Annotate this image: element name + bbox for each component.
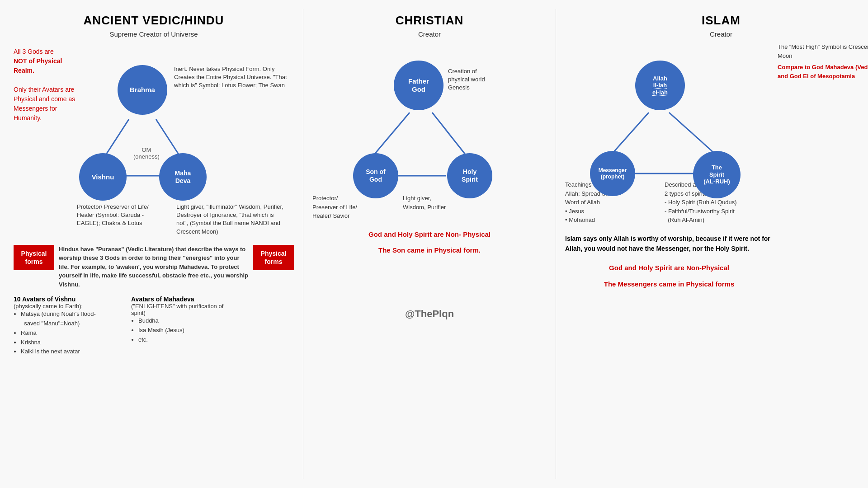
son-label: Son ofGod xyxy=(366,168,386,183)
col-christian: CHRISTIAN Creator FatherGod Creation ofp… xyxy=(303,9,556,479)
vishnu-label: Vishnu xyxy=(92,173,114,181)
list-item: Buddha xyxy=(138,316,235,326)
col-islam: ISLAM Creator Allahil-lahel-lah xyxy=(556,9,868,479)
red-note-line3: Only their Avatars are xyxy=(14,86,74,93)
christian-diagram: FatherGod Creation ofphysical worldGenes… xyxy=(312,42,547,192)
mahadeva-avatars-title: Avatars of Mahadeva xyxy=(131,296,235,303)
brahma-desc: Inert. Never takes Physical Form. Only C… xyxy=(174,65,287,90)
messenger-circle: Messenger(prophet) xyxy=(590,151,635,196)
son-circle: Son ofGod xyxy=(353,153,398,198)
christian-title: CHRISTIAN xyxy=(312,14,547,28)
attribution: @ThePlqn xyxy=(312,308,547,320)
svg-line-5 xyxy=(432,113,466,155)
islam-messengers-text: The Messengers came in Physical forms xyxy=(565,279,773,290)
christian-creator-label: Creator xyxy=(312,30,547,38)
avatars-section: 10 Avatars of Vishnu (physically came to… xyxy=(14,296,294,357)
spirit-circle: TheSpirit(AL-RUH) xyxy=(693,151,741,198)
red-note-line2: NOT of Physical Realm. xyxy=(14,57,62,74)
svg-line-1 xyxy=(156,119,181,158)
vishnu-avatars-sub: (physically came to Earth): xyxy=(14,303,118,310)
mahadeva-avatars-sub: ("ENLIGHTENS" with purification of spiri… xyxy=(131,303,235,316)
islam-right-note: The “Most High” Symbol is Crescent Moon … xyxy=(773,42,868,178)
red-note-line1: All 3 Gods are xyxy=(14,48,54,55)
svg-line-8 xyxy=(669,113,714,153)
islam-right-note-title: The “Most High” Symbol is Crescent Moon xyxy=(778,42,868,60)
islam-creator-label: Creator xyxy=(565,30,868,38)
mahadeva-avatars-list: Buddha Isa Masih (Jesus) etc. xyxy=(138,316,235,344)
vedic-title: ANCIENT VEDIC/HINDU xyxy=(14,14,294,28)
puranas-text: Hindus have "Puranas" (Vedic Literature)… xyxy=(59,245,249,289)
red-note-line4: Physical and come as xyxy=(14,95,75,103)
brahma-label: Brahma xyxy=(130,86,155,94)
vedic-red-note: All 3 Gods are NOT of Physical Realm. On… xyxy=(14,47,81,123)
list-item: Isa Masih (Jesus) xyxy=(138,326,235,335)
svg-line-4 xyxy=(373,113,410,155)
father-desc: Creation ofphysical worldGenesis xyxy=(448,67,520,92)
brahma-circle: Brahma xyxy=(118,65,167,115)
vishnu-avatars-list: Matsya (during Noah's flood- saved "Manu… xyxy=(21,310,118,357)
physical-badge-right: Physicalforms xyxy=(253,245,294,270)
son-desc: Protector/Preserver of Life/Healer/ Savi… xyxy=(312,194,394,221)
mahadeva-avatars: Avatars of Mahadeva ("ENLIGHTENS" with p… xyxy=(131,296,235,357)
physical-badge-left: Physicalforms xyxy=(14,245,54,270)
list-item: Kalki is the next avatar xyxy=(21,347,118,357)
holy-spirit-label: HolySpirit xyxy=(462,168,478,183)
vedic-lower-descs: Protector/ Preserver of Life/ Healer (Sy… xyxy=(77,203,294,236)
father-god-label: FatherGod xyxy=(408,77,429,94)
vishnu-avatars: 10 Avatars of Vishnu (physically came to… xyxy=(14,296,118,357)
mahadeva-label: MahaDeva xyxy=(175,169,191,185)
christian-lower-descs: Protector/Preserver of Life/Healer/ Savi… xyxy=(312,194,547,221)
vishnu-circle: Vishnu xyxy=(79,153,127,201)
om-label: OM(oneness) xyxy=(133,146,160,160)
holy-spirit-circle: HolySpirit xyxy=(447,153,492,198)
list-item: Rama xyxy=(21,328,118,338)
christian-physical-form-text: The Son came in Physical form. xyxy=(312,246,547,254)
mahadeva-circle: MahaDeva xyxy=(159,153,207,201)
vishnu-avatars-title: 10 Avatars of Vishnu xyxy=(14,296,118,303)
mahadeva-desc: Light giver, "illuminator" Wisdom, Purif… xyxy=(176,203,285,236)
red-note-line5: Messengers for Humanity. xyxy=(14,105,57,122)
messenger-label: Messenger(prophet) xyxy=(599,167,627,180)
islam-title: ISLAM xyxy=(565,14,868,28)
islam-top-area: Allahil-lahel-lah Messenger(prophet) The… xyxy=(565,42,868,178)
svg-line-0 xyxy=(104,119,129,158)
vedic-diagram: Brahma Vishnu MahaDeva OM(oneness) Inert… xyxy=(77,42,294,201)
islam-nonphysical-text: God and Holy Spirit are Non-Physical xyxy=(565,263,773,273)
vishnu-desc: Protector/ Preserver of Life/ Healer (Sy… xyxy=(77,203,163,236)
list-item: Krishna xyxy=(21,338,118,347)
islam-diagram: Allahil-lahel-lah Messenger(prophet) The… xyxy=(565,42,773,178)
christian-nonphysical-text: God and Holy Spirit are Non- Physical xyxy=(312,230,547,240)
list-item: etc. xyxy=(138,335,235,345)
list-item: Matsya (during Noah's flood- saved "Manu… xyxy=(21,310,118,328)
islam-right-note-red: Compare to God Mahadeva (Vedic) and God … xyxy=(778,63,868,80)
father-god-circle: FatherGod xyxy=(394,61,443,110)
christian-status-texts: God and Holy Spirit are Non- Physical Th… xyxy=(312,230,547,254)
main-container: ANCIENT VEDIC/HINDU Supreme Creator of U… xyxy=(0,0,868,488)
spirit-label: TheSpirit(AL-RUH) xyxy=(703,164,730,185)
svg-line-7 xyxy=(613,113,649,153)
allah-circle: Allahil-lahel-lah xyxy=(635,61,685,110)
vedic-subtitle: Supreme Creator of Universe xyxy=(14,30,294,38)
puranas-section: Physicalforms Hindus have "Puranas" (Ved… xyxy=(14,245,294,289)
allah-label: Allahil-lahel-lah xyxy=(652,75,668,96)
islam-bold-text: Islam says only Allah is worthy of worsh… xyxy=(565,234,773,254)
col-vedic: ANCIENT VEDIC/HINDU Supreme Creator of U… xyxy=(5,9,303,479)
